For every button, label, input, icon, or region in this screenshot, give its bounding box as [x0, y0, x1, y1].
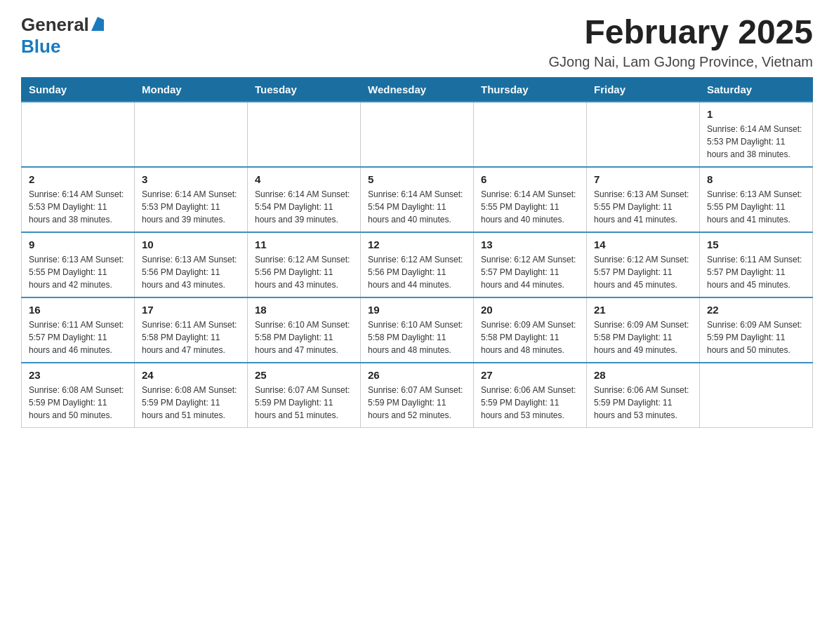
day-number: 22 — [707, 304, 805, 316]
location-subtitle: GJong Nai, Lam GJong Province, Vietnam — [549, 54, 813, 70]
logo-arrow-icon — [91, 17, 104, 34]
day-of-week-sunday: Sunday — [22, 77, 135, 102]
calendar-cell — [361, 102, 474, 167]
day-info: Sunrise: 6:07 AM Sunset: 5:59 PM Dayligh… — [368, 384, 466, 422]
calendar-cell: 26Sunrise: 6:07 AM Sunset: 5:59 PM Dayli… — [361, 363, 474, 428]
calendar-cell — [700, 363, 813, 428]
day-number: 24 — [142, 369, 240, 381]
day-info: Sunrise: 6:06 AM Sunset: 5:59 PM Dayligh… — [481, 384, 579, 422]
calendar-cell: 25Sunrise: 6:07 AM Sunset: 5:59 PM Dayli… — [248, 363, 361, 428]
day-info: Sunrise: 6:11 AM Sunset: 5:57 PM Dayligh… — [707, 253, 805, 291]
day-number: 23 — [29, 369, 127, 381]
calendar-cell: 27Sunrise: 6:06 AM Sunset: 5:59 PM Dayli… — [474, 363, 587, 428]
calendar-cell: 20Sunrise: 6:09 AM Sunset: 5:58 PM Dayli… — [474, 297, 587, 363]
calendar-cell: 2Sunrise: 6:14 AM Sunset: 5:53 PM Daylig… — [22, 167, 135, 232]
day-of-week-thursday: Thursday — [474, 77, 587, 102]
day-info: Sunrise: 6:09 AM Sunset: 5:58 PM Dayligh… — [481, 318, 579, 356]
day-number: 2 — [29, 173, 127, 185]
day-number: 13 — [481, 239, 579, 250]
day-info: Sunrise: 6:09 AM Sunset: 5:58 PM Dayligh… — [594, 318, 692, 356]
day-number: 1 — [707, 108, 805, 120]
calendar-cell: 24Sunrise: 6:08 AM Sunset: 5:59 PM Dayli… — [135, 363, 248, 428]
logo: General Blue — [21, 14, 104, 58]
day-number: 21 — [594, 304, 692, 316]
day-number: 25 — [255, 369, 353, 381]
calendar-week-row: 16Sunrise: 6:11 AM Sunset: 5:57 PM Dayli… — [22, 297, 813, 363]
calendar-week-row: 23Sunrise: 6:08 AM Sunset: 5:59 PM Dayli… — [22, 363, 813, 428]
day-number: 12 — [368, 239, 466, 250]
day-number: 28 — [594, 369, 692, 381]
day-info: Sunrise: 6:14 AM Sunset: 5:54 PM Dayligh… — [255, 188, 353, 226]
day-info: Sunrise: 6:12 AM Sunset: 5:56 PM Dayligh… — [368, 253, 466, 291]
calendar-cell: 22Sunrise: 6:09 AM Sunset: 5:59 PM Dayli… — [700, 297, 813, 363]
day-info: Sunrise: 6:08 AM Sunset: 5:59 PM Dayligh… — [29, 384, 127, 422]
logo-general-text: General — [21, 14, 89, 36]
day-number: 15 — [707, 239, 805, 250]
calendar-cell: 10Sunrise: 6:13 AM Sunset: 5:56 PM Dayli… — [135, 232, 248, 297]
calendar-cell: 17Sunrise: 6:11 AM Sunset: 5:58 PM Dayli… — [135, 297, 248, 363]
day-number: 19 — [368, 304, 466, 316]
day-info: Sunrise: 6:09 AM Sunset: 5:59 PM Dayligh… — [707, 318, 805, 356]
svg-marker-0 — [91, 17, 104, 31]
day-number: 14 — [594, 239, 692, 250]
logo-blue-text: Blue — [21, 36, 60, 58]
calendar-cell: 1Sunrise: 6:14 AM Sunset: 5:53 PM Daylig… — [700, 102, 813, 167]
day-info: Sunrise: 6:06 AM Sunset: 5:59 PM Dayligh… — [594, 384, 692, 422]
calendar-cell: 23Sunrise: 6:08 AM Sunset: 5:59 PM Dayli… — [22, 363, 135, 428]
day-of-week-tuesday: Tuesday — [248, 77, 361, 102]
calendar-header-row: SundayMondayTuesdayWednesdayThursdayFrid… — [22, 77, 813, 102]
day-number: 16 — [29, 304, 127, 316]
calendar-cell: 28Sunrise: 6:06 AM Sunset: 5:59 PM Dayli… — [587, 363, 700, 428]
calendar-table: SundayMondayTuesdayWednesdayThursdayFrid… — [21, 77, 813, 428]
day-number: 10 — [142, 239, 240, 250]
day-info: Sunrise: 6:11 AM Sunset: 5:57 PM Dayligh… — [29, 318, 127, 356]
day-of-week-wednesday: Wednesday — [361, 77, 474, 102]
calendar-cell — [135, 102, 248, 167]
calendar-cell — [248, 102, 361, 167]
day-number: 27 — [481, 369, 579, 381]
calendar-cell: 18Sunrise: 6:10 AM Sunset: 5:58 PM Dayli… — [248, 297, 361, 363]
calendar-cell: 14Sunrise: 6:12 AM Sunset: 5:57 PM Dayli… — [587, 232, 700, 297]
day-of-week-friday: Friday — [587, 77, 700, 102]
day-info: Sunrise: 6:14 AM Sunset: 5:53 PM Dayligh… — [707, 123, 805, 161]
day-info: Sunrise: 6:12 AM Sunset: 5:56 PM Dayligh… — [255, 253, 353, 291]
day-number: 7 — [594, 173, 692, 185]
calendar-cell: 8Sunrise: 6:13 AM Sunset: 5:55 PM Daylig… — [700, 167, 813, 232]
page-header: General Blue February 2025 GJong Nai, La… — [21, 14, 813, 70]
day-of-week-saturday: Saturday — [700, 77, 813, 102]
calendar-cell: 4Sunrise: 6:14 AM Sunset: 5:54 PM Daylig… — [248, 167, 361, 232]
day-info: Sunrise: 6:14 AM Sunset: 5:55 PM Dayligh… — [481, 188, 579, 226]
day-info: Sunrise: 6:13 AM Sunset: 5:55 PM Dayligh… — [594, 188, 692, 226]
day-info: Sunrise: 6:13 AM Sunset: 5:56 PM Dayligh… — [142, 253, 240, 291]
calendar-cell: 3Sunrise: 6:14 AM Sunset: 5:53 PM Daylig… — [135, 167, 248, 232]
day-info: Sunrise: 6:10 AM Sunset: 5:58 PM Dayligh… — [368, 318, 466, 356]
calendar-cell: 6Sunrise: 6:14 AM Sunset: 5:55 PM Daylig… — [474, 167, 587, 232]
day-number: 9 — [29, 239, 127, 250]
day-number: 4 — [255, 173, 353, 185]
day-of-week-monday: Monday — [135, 77, 248, 102]
calendar-cell: 12Sunrise: 6:12 AM Sunset: 5:56 PM Dayli… — [361, 232, 474, 297]
day-number: 18 — [255, 304, 353, 316]
day-info: Sunrise: 6:10 AM Sunset: 5:58 PM Dayligh… — [255, 318, 353, 356]
calendar-cell: 21Sunrise: 6:09 AM Sunset: 5:58 PM Dayli… — [587, 297, 700, 363]
day-info: Sunrise: 6:11 AM Sunset: 5:58 PM Dayligh… — [142, 318, 240, 356]
calendar-cell: 9Sunrise: 6:13 AM Sunset: 5:55 PM Daylig… — [22, 232, 135, 297]
day-info: Sunrise: 6:12 AM Sunset: 5:57 PM Dayligh… — [481, 253, 579, 291]
month-year-title: February 2025 — [549, 14, 813, 51]
title-section: February 2025 GJong Nai, Lam GJong Provi… — [549, 14, 813, 70]
day-number: 3 — [142, 173, 240, 185]
calendar-week-row: 2Sunrise: 6:14 AM Sunset: 5:53 PM Daylig… — [22, 167, 813, 232]
day-info: Sunrise: 6:08 AM Sunset: 5:59 PM Dayligh… — [142, 384, 240, 422]
calendar-cell — [587, 102, 700, 167]
calendar-cell: 15Sunrise: 6:11 AM Sunset: 5:57 PM Dayli… — [700, 232, 813, 297]
day-info: Sunrise: 6:14 AM Sunset: 5:53 PM Dayligh… — [29, 188, 127, 226]
day-info: Sunrise: 6:13 AM Sunset: 5:55 PM Dayligh… — [707, 188, 805, 226]
day-number: 20 — [481, 304, 579, 316]
calendar-cell: 11Sunrise: 6:12 AM Sunset: 5:56 PM Dayli… — [248, 232, 361, 297]
calendar-cell: 7Sunrise: 6:13 AM Sunset: 5:55 PM Daylig… — [587, 167, 700, 232]
day-info: Sunrise: 6:14 AM Sunset: 5:53 PM Dayligh… — [142, 188, 240, 226]
calendar-week-row: 9Sunrise: 6:13 AM Sunset: 5:55 PM Daylig… — [22, 232, 813, 297]
calendar-cell — [474, 102, 587, 167]
day-number: 26 — [368, 369, 466, 381]
calendar-cell: 13Sunrise: 6:12 AM Sunset: 5:57 PM Dayli… — [474, 232, 587, 297]
